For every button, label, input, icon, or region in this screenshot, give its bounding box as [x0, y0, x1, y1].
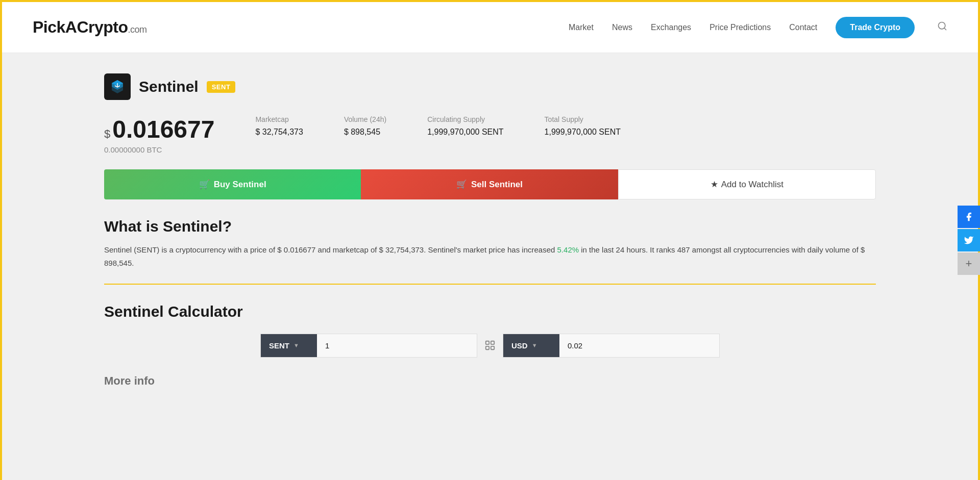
- star-icon: ★: [710, 179, 718, 190]
- svg-rect-3: [491, 341, 494, 344]
- nav-exchanges[interactable]: Exchanges: [651, 23, 691, 32]
- section-divider: [104, 284, 876, 285]
- total-supply-label: Total Supply: [545, 115, 621, 123]
- watchlist-button[interactable]: ★ Add to Watchlist: [618, 169, 876, 199]
- stat-marketcap: Marketcap $ 32,754,373: [255, 115, 303, 137]
- price-main: $ 0.016677 0.00000000 BTC: [104, 115, 214, 154]
- price-dollar-sign: $: [104, 128, 110, 141]
- logo[interactable]: PickACrypto.com: [33, 18, 147, 37]
- header: PickACrypto.com Market News Exchanges Pr…: [2, 2, 978, 53]
- to-value-input[interactable]: [559, 334, 719, 357]
- buy-button[interactable]: 🛒 Buy Sentinel: [104, 169, 361, 199]
- logo-text: PickACrypto: [33, 18, 128, 36]
- what-is-title: What is Sentinel?: [104, 218, 876, 235]
- price-btc: 0.00000000 BTC: [104, 145, 214, 154]
- circ-supply-label: Circulating Supply: [427, 115, 503, 123]
- coin-logo: [104, 73, 131, 100]
- marketcap-value: $ 32,754,373: [255, 128, 303, 137]
- social-sidebar: +: [958, 206, 980, 275]
- calculator-row: SENT ▼ USD ▼: [260, 333, 720, 358]
- from-currency-label: SENT: [269, 341, 289, 350]
- cart-icon: 🛒: [199, 179, 210, 190]
- sell-label: Sell Sentinel: [471, 180, 523, 190]
- buy-label: Buy Sentinel: [214, 180, 266, 190]
- nav-market[interactable]: Market: [569, 23, 594, 32]
- facebook-button[interactable]: [958, 206, 980, 228]
- sell-button[interactable]: 🛒 Sell Sentinel: [361, 169, 618, 199]
- volume-label: Volume (24h): [344, 115, 386, 123]
- desc-mid: and marketcap of $ 32,754,373. Sentinel'…: [318, 245, 555, 254]
- volume-value: $ 898,545: [344, 128, 386, 137]
- search-icon[interactable]: [937, 21, 947, 34]
- from-input-group: SENT ▼: [260, 334, 477, 358]
- svg-rect-2: [486, 341, 489, 344]
- to-currency-select[interactable]: USD ▼: [503, 334, 559, 357]
- sell-cart-icon: 🛒: [456, 179, 467, 190]
- share-plus-button[interactable]: +: [958, 252, 980, 275]
- action-buttons: 🛒 Buy Sentinel 🛒 Sell Sentinel ★ Add to …: [104, 169, 876, 199]
- from-currency-select[interactable]: SENT ▼: [261, 334, 317, 357]
- price-usd: $ 0.016677: [104, 115, 214, 143]
- nav-news[interactable]: News: [612, 23, 632, 32]
- svg-line-1: [944, 28, 946, 30]
- price-value: 0.016677: [112, 115, 214, 143]
- from-currency-arrow: ▼: [293, 342, 299, 348]
- calculator-title: Sentinel Calculator: [104, 303, 876, 320]
- coin-name: Sentinel: [139, 78, 199, 95]
- from-value-input[interactable]: [317, 334, 477, 357]
- navigation: Market News Exchanges Price Predictions …: [569, 17, 947, 38]
- desc-price: $ 0.016677: [277, 245, 317, 254]
- coin-ticker-badge: SENT: [207, 81, 236, 93]
- stat-total-supply: Total Supply 1,999,970,000 SENT: [545, 115, 621, 137]
- stats-grid: Marketcap $ 32,754,373 Volume (24h) $ 89…: [255, 115, 621, 137]
- to-currency-arrow: ▼: [532, 342, 537, 348]
- price-section: $ 0.016677 0.00000000 BTC Marketcap $ 32…: [104, 115, 876, 154]
- more-info-title: More info: [104, 374, 876, 388]
- svg-rect-4: [486, 346, 489, 349]
- desc-percent: 5.42%: [557, 245, 579, 254]
- marketcap-label: Marketcap: [255, 115, 303, 123]
- coin-header: Sentinel SENT: [104, 73, 876, 100]
- nav-contact[interactable]: Contact: [789, 23, 817, 32]
- stat-circ-supply: Circulating Supply 1,999,970,000 SENT: [427, 115, 503, 137]
- what-is-description: Sentinel (SENT) is a cryptocurrency with…: [104, 243, 876, 269]
- nav-price-predictions[interactable]: Price Predictions: [709, 23, 771, 32]
- trade-crypto-button[interactable]: Trade Crypto: [836, 17, 915, 38]
- circ-supply-value: 1,999,970,000 SENT: [427, 128, 503, 137]
- logo-com: .com: [128, 24, 147, 35]
- watchlist-label: Add to Watchlist: [721, 180, 783, 190]
- total-supply-value: 1,999,970,000 SENT: [545, 128, 621, 137]
- calculator-separator: [477, 333, 503, 358]
- to-input-group: USD ▼: [503, 334, 720, 358]
- main-content: Sentinel SENT $ 0.016677 0.00000000 BTC …: [2, 53, 978, 480]
- desc-prefix: Sentinel (SENT) is a cryptocurrency with…: [104, 245, 275, 254]
- twitter-button[interactable]: [958, 229, 980, 251]
- to-currency-label: USD: [511, 341, 528, 350]
- stat-volume: Volume (24h) $ 898,545: [344, 115, 386, 137]
- svg-rect-5: [491, 346, 494, 349]
